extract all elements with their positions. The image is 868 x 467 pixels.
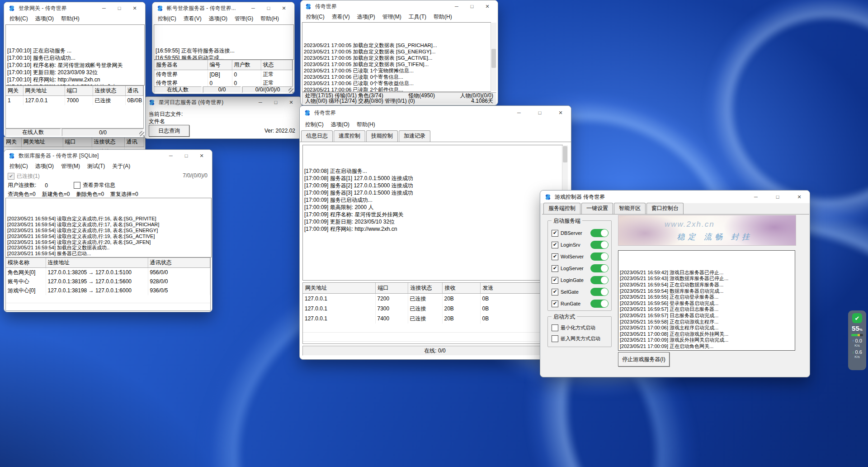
- table-row[interactable]: 127.0.0.1 7200 已连接 20B 0B: [303, 294, 568, 304]
- menu-item[interactable]: 控制(C): [154, 14, 180, 23]
- service-toggle-on[interactable]: [590, 241, 609, 249]
- titlebar[interactable]: 传奇世界 ─ □ ✕: [301, 0, 498, 12]
- column-header[interactable]: 通讯状态: [148, 258, 210, 268]
- menu-item[interactable]: 帮助(H): [430, 13, 456, 21]
- menu-item[interactable]: 工具(T): [405, 13, 430, 21]
- menu-item[interactable]: 控制(C): [6, 162, 32, 171]
- column-header[interactable]: 用户数: [232, 60, 261, 70]
- maximize-button[interactable]: □: [261, 3, 276, 13]
- tab[interactable]: 窗口控制台: [646, 203, 684, 214]
- column-header[interactable]: 服务器名: [154, 60, 208, 70]
- column-header[interactable]: 通讯: [124, 137, 144, 147]
- resize-grip[interactable]: [288, 88, 293, 93]
- stop-server-button[interactable]: 停止游戏服务器(I): [618, 352, 670, 367]
- minimize-button[interactable]: ─: [449, 1, 464, 11]
- tab[interactable]: 速度控制: [334, 130, 365, 142]
- log-output[interactable]: [16:59:55] 正在等待服务器连接...[16:59:55] 服务器启动完…: [154, 24, 294, 60]
- tab[interactable]: 服务端控制: [543, 203, 580, 214]
- close-button[interactable]: ✕: [792, 192, 807, 202]
- minimize-button[interactable]: ─: [253, 97, 268, 107]
- close-button[interactable]: ✕: [194, 151, 209, 161]
- service-checkbox[interactable]: [552, 289, 558, 295]
- column-header[interactable]: 编号: [208, 60, 232, 70]
- column-header[interactable]: 网关地址: [303, 283, 375, 294]
- log-output[interactable]: [17:00:08] 正在启动服务...[17:00:08] 服务器[1] 12…: [302, 145, 563, 281]
- minimize-button[interactable]: ─: [245, 3, 261, 13]
- menu-item[interactable]: 查看(V): [328, 13, 354, 21]
- menu-item[interactable]: 选项(O): [32, 162, 57, 171]
- maximize-button[interactable]: □: [532, 108, 547, 118]
- column-header[interactable]: 通讯: [125, 86, 143, 96]
- maximize-button[interactable]: □: [112, 3, 127, 13]
- log-output[interactable]: [2023/05/21 16:59:54] 读取自定义表成功,行:16, 表名:…: [5, 198, 212, 257]
- column-header[interactable]: 连接状态: [408, 283, 442, 294]
- tab[interactable]: 一键设置: [581, 203, 613, 214]
- scrollbar-thumb[interactable]: [491, 49, 496, 68]
- table-row[interactable]: 角色网关[0] 127.0.0.1:38205 → 127.0.0.1:5100…: [6, 268, 210, 277]
- service-checkbox[interactable]: [552, 230, 558, 237]
- column-header[interactable]: 接收: [442, 283, 480, 294]
- titlebar[interactable]: 星河日志服务器 (传奇世界) ─ □ ✕: [144, 97, 302, 108]
- titlebar[interactable]: 数据库服务器 - 传奇世界 [SQLite] ─ □ ✕: [4, 150, 212, 162]
- maximize-button[interactable]: □: [268, 97, 283, 107]
- titlebar[interactable]: 游戏控制器 传奇世界 ─ □ ✕: [540, 191, 810, 203]
- minimize-button[interactable]: ─: [511, 108, 527, 118]
- titlebar[interactable]: 传奇世界 ─ □ ✕: [300, 106, 571, 119]
- security-shield-icon[interactable]: ✔: [852, 313, 862, 323]
- column-header[interactable]: 网关地址: [21, 137, 63, 147]
- gateway-table[interactable]: 网关网关地址端口连接状态通讯 1 127.0.0.1 7000 已连接 0B/0…: [6, 86, 143, 105]
- tab[interactable]: 信息日志: [301, 130, 333, 142]
- server-table[interactable]: 服务器名编号用户数状态 传奇世界 [DB] 0 正常 传奇世界 0 0 正常: [154, 60, 292, 87]
- menu-item[interactable]: 管理(G): [231, 14, 257, 23]
- close-button[interactable]: ✕: [553, 108, 568, 118]
- menu-item[interactable]: 帮助(H): [257, 14, 283, 23]
- column-header[interactable]: 连接状态: [93, 86, 125, 96]
- menu-item[interactable]: 选项(O): [327, 120, 353, 129]
- mode-checkbox[interactable]: [552, 335, 558, 342]
- table-row[interactable]: 游戏中心[0] 127.0.0.1:38198 → 127.0.0.1:6000…: [6, 286, 210, 295]
- minimize-button[interactable]: ─: [96, 3, 112, 13]
- column-header[interactable]: 连接地址: [46, 258, 148, 268]
- titlebar[interactable]: 登录网关 - 传奇世界 ─ □ ✕: [4, 2, 145, 14]
- service-checkbox[interactable]: [552, 253, 558, 260]
- column-header[interactable]: 网关地址: [23, 86, 65, 96]
- log-output[interactable]: 2023/05/21 17:00:05 加载自定义数据表 [SG_PRICHAR…: [302, 22, 491, 92]
- menu-item[interactable]: 选项(P): [354, 13, 379, 21]
- column-header[interactable]: 端口: [65, 86, 93, 96]
- log-scrollbar[interactable]: [491, 23, 496, 91]
- column-header[interactable]: 端口: [63, 137, 92, 147]
- service-checkbox[interactable]: [552, 242, 558, 248]
- service-toggle-on[interactable]: [590, 288, 609, 296]
- controller-log-output[interactable]: [2023/05/21 16:59:42] 游戏日志服务器已停止...[2023…: [618, 250, 795, 351]
- table-row[interactable]: 传奇世界 [DB] 0 正常: [154, 70, 292, 79]
- service-toggle-on[interactable]: [590, 264, 609, 272]
- menu-item[interactable]: 控制(C): [6, 14, 32, 23]
- minimize-button[interactable]: ─: [163, 151, 179, 161]
- column-header[interactable]: 状态: [261, 60, 292, 70]
- menu-item[interactable]: 帮助(H): [353, 120, 379, 129]
- close-button[interactable]: ✕: [276, 3, 292, 13]
- maximize-button[interactable]: □: [464, 1, 480, 11]
- maximize-button[interactable]: □: [179, 151, 194, 161]
- menu-item[interactable]: 控制(C): [302, 120, 327, 129]
- maximize-button[interactable]: □: [770, 192, 785, 202]
- close-button[interactable]: ✕: [127, 3, 142, 13]
- service-checkbox[interactable]: [552, 300, 558, 307]
- service-checkbox[interactable]: [552, 277, 558, 284]
- menu-item[interactable]: 测试(T): [84, 162, 108, 171]
- menu-item[interactable]: 关于(A): [108, 162, 134, 171]
- view-errors-checkbox[interactable]: [74, 182, 80, 189]
- tray-speed-widget[interactable]: ✔ 55% ↑0.0 K/s ↓0.6 K/s: [848, 310, 866, 370]
- table-row[interactable]: 127.0.0.1 7400 已连接 20B 0B: [303, 314, 568, 324]
- service-toggle-on[interactable]: [590, 300, 609, 308]
- menu-item[interactable]: 选项(O): [32, 14, 57, 23]
- menu-item[interactable]: 管理(M): [379, 13, 405, 21]
- table-row[interactable]: 127.0.0.1 7300 已连接 20B 0B: [303, 304, 568, 314]
- menu-item[interactable]: 选项(O): [205, 14, 231, 23]
- minimize-button[interactable]: ─: [748, 192, 764, 202]
- menu-item[interactable]: 帮助(H): [57, 14, 83, 23]
- service-toggle-on[interactable]: [590, 253, 609, 261]
- table-row[interactable]: 账号中心 127.0.0.1:38195 → 127.0.0.1:5600 92…: [6, 277, 210, 286]
- titlebar[interactable]: 帐号登录服务器 - 传奇世界... ─ □ ✕: [152, 2, 294, 14]
- column-header[interactable]: 模块名称: [6, 258, 46, 268]
